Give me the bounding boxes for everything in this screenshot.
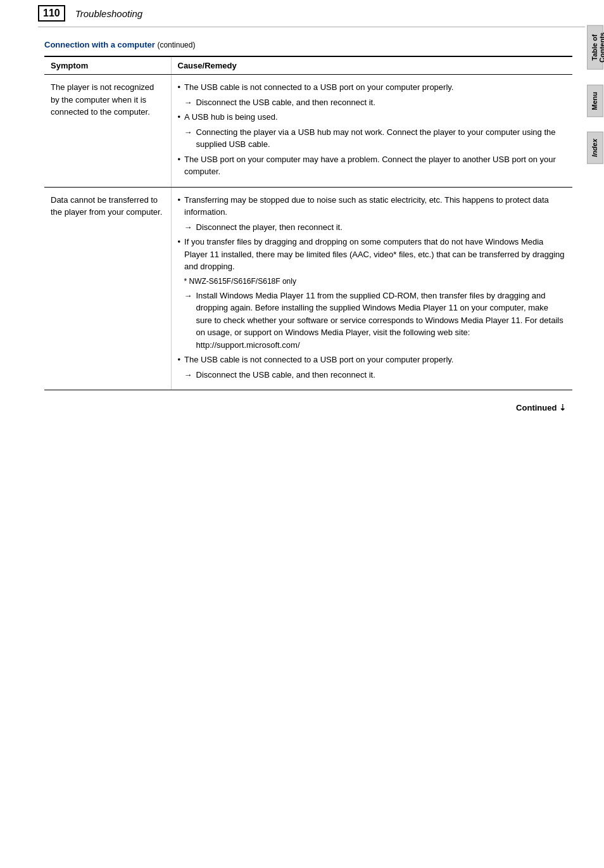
remedy-cell-0: •The USB cable is not connected to a USB… bbox=[171, 75, 572, 188]
continued-symbol: ⇣ bbox=[559, 403, 566, 412]
page-title: Troubleshooting bbox=[75, 8, 142, 19]
bullet-item: •If you transfer files by dragging and d… bbox=[178, 236, 567, 273]
section-title: Connection with a computer bbox=[44, 40, 155, 49]
section-continued-label: (continued) bbox=[157, 41, 195, 49]
symptom-cell-1: Data cannot be transferred to the player… bbox=[44, 187, 171, 390]
note-item: * NWZ-S615F/S616F/S618F only bbox=[184, 276, 567, 287]
arrow-item: →Disconnect the player, then reconnect i… bbox=[184, 221, 567, 234]
bullet-symbol: • bbox=[178, 194, 181, 207]
bullet-item: •The USB cable is not connected to a USB… bbox=[178, 81, 567, 94]
page-number: 110 bbox=[38, 5, 65, 22]
col-header-symptom: Symptom bbox=[44, 56, 171, 75]
tab-index[interactable]: Index bbox=[587, 132, 603, 164]
arrow-item: →Disconnect the USB cable, and then reco… bbox=[184, 96, 567, 109]
remedy-text: Disconnect the USB cable, and then recon… bbox=[196, 369, 375, 381]
remedy-text: Disconnect the USB cable, and then recon… bbox=[196, 96, 375, 109]
bullet-symbol: • bbox=[178, 81, 181, 94]
remedy-cell-1: •Transferring may be stopped due to nois… bbox=[171, 187, 572, 390]
arrow-symbol: → bbox=[184, 369, 192, 381]
arrow-symbol: → bbox=[184, 290, 192, 302]
bullet-symbol: • bbox=[178, 153, 181, 166]
page-header: 110 Troubleshooting bbox=[38, 0, 585, 27]
remedy-text: The USB port on your computer may have a… bbox=[184, 153, 566, 178]
bullet-item: •The USB port on your computer may have … bbox=[178, 153, 567, 178]
arrow-symbol: → bbox=[184, 126, 192, 139]
page-container: Table ofContents Menu Index 110 Troubles… bbox=[0, 0, 604, 868]
bullet-item: •The USB cable is not connected to a USB… bbox=[178, 354, 567, 366]
tab-table-of-contents[interactable]: Table ofContents bbox=[587, 25, 603, 70]
right-sidebar: Table ofContents Menu Index bbox=[586, 0, 604, 868]
remedy-text: If you transfer files by dragging and dr… bbox=[184, 236, 566, 273]
tab-menu[interactable]: Menu bbox=[587, 85, 603, 117]
arrow-item: →Install Windows Media Player 11 from th… bbox=[184, 290, 567, 352]
remedy-text: The USB cable is not connected to a USB … bbox=[184, 354, 453, 366]
table-row: The player is not recognized by the comp… bbox=[44, 75, 572, 188]
remedy-text: The USB cable is not connected to a USB … bbox=[184, 81, 453, 94]
bullet-symbol: • bbox=[178, 354, 181, 366]
continued-label: Continued bbox=[516, 403, 557, 412]
table-row: Data cannot be transferred to the player… bbox=[44, 187, 572, 390]
remedy-text: Transferring may be stopped due to noise… bbox=[184, 194, 566, 219]
troubleshoot-table: Symptom Cause/Remedy The player is not r… bbox=[44, 56, 572, 390]
arrow-symbol: → bbox=[184, 221, 192, 234]
symptom-cell-0: The player is not recognized by the comp… bbox=[44, 75, 171, 188]
arrow-symbol: → bbox=[184, 96, 192, 109]
remedy-text: Connecting the player via a USB hub may … bbox=[196, 126, 567, 151]
remedy-text: Install Windows Media Player 11 from the… bbox=[196, 290, 567, 352]
main-content: Connection with a computer (continued) S… bbox=[38, 27, 585, 425]
remedy-text: Disconnect the player, then reconnect it… bbox=[196, 221, 343, 234]
section-heading: Connection with a computer (continued) bbox=[44, 40, 572, 49]
bullet-item: •A USB hub is being used. bbox=[178, 111, 567, 124]
continued-footer: Continued ⇣ bbox=[44, 403, 566, 412]
bullet-symbol: • bbox=[178, 111, 181, 124]
bullet-symbol: • bbox=[178, 236, 181, 248]
col-header-remedy: Cause/Remedy bbox=[171, 56, 572, 75]
bullet-item: •Transferring may be stopped due to nois… bbox=[178, 194, 567, 219]
arrow-item: →Disconnect the USB cable, and then reco… bbox=[184, 369, 567, 381]
remedy-text: A USB hub is being used. bbox=[184, 111, 277, 124]
arrow-item: →Connecting the player via a USB hub may… bbox=[184, 126, 567, 151]
